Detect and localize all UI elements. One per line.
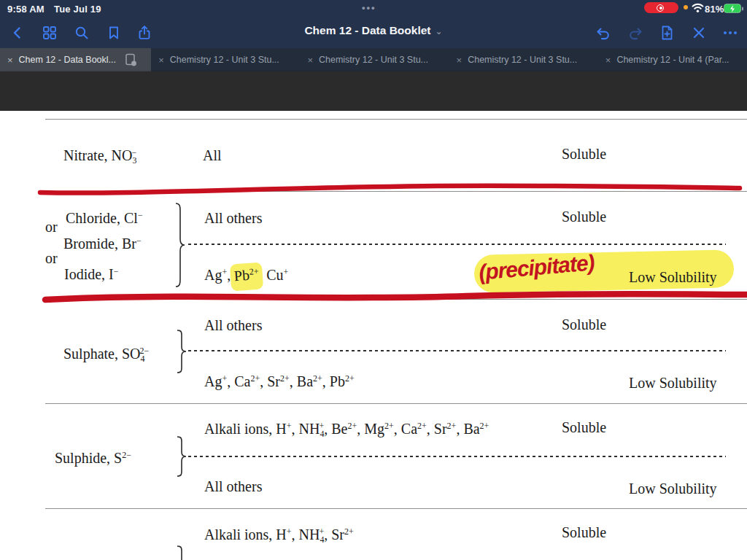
chevron-down-icon: ⌄ bbox=[436, 26, 443, 36]
dashed-rule bbox=[188, 244, 726, 245]
tab-label: Chemistry 12 - Unit 3 Stu... bbox=[468, 55, 577, 65]
ion-label: Bromide, Br− bbox=[63, 236, 142, 252]
close-icon bbox=[690, 24, 708, 42]
tab-label: Chem 12 - Data Bookl... bbox=[19, 55, 116, 65]
tab-close-icon[interactable]: × bbox=[457, 55, 462, 66]
cell-result: Low Solubility bbox=[629, 269, 717, 286]
close-document-button[interactable] bbox=[690, 24, 708, 42]
battery-charging-icon bbox=[724, 4, 743, 14]
cell-ions: All others bbox=[204, 478, 262, 495]
cell-result: Low Solubility bbox=[629, 375, 717, 392]
cell-ions: Alkali ions, H+, NH4+, Be2+, Mg2+, Ca2+,… bbox=[204, 421, 489, 440]
cell-ions: All others bbox=[204, 317, 262, 334]
cell-ions: Alkali ions, H+, NH4+, Sr2+ bbox=[204, 526, 354, 545]
tab-label: Chemistry 12 - Unit 4 (Par... bbox=[616, 55, 729, 65]
status-time: 9:58 AM bbox=[7, 4, 44, 15]
cell-result: Soluble bbox=[562, 419, 606, 436]
table-rule bbox=[45, 191, 747, 192]
add-page-button[interactable] bbox=[658, 24, 676, 42]
wifi-icon bbox=[692, 3, 704, 13]
cell-ions: All others bbox=[204, 210, 262, 227]
cell-result: Soluble bbox=[562, 146, 606, 163]
more-dots-icon bbox=[721, 24, 739, 42]
document-canvas[interactable]: Nitrate, NO3− All Soluble Chloride, Cl− … bbox=[0, 111, 747, 560]
brace bbox=[175, 436, 188, 477]
ion-label: Sulphate, SO42− bbox=[63, 346, 149, 365]
cell-result: Soluble bbox=[562, 316, 606, 333]
tab-chemistry-12-unit-4[interactable]: × Chemistry 12 - Unit 4 (Par... bbox=[598, 48, 747, 71]
dashed-rule bbox=[188, 350, 726, 351]
screen-recording-indicator-icon[interactable] bbox=[644, 2, 678, 13]
brace-partial bbox=[175, 545, 188, 560]
annotation-toolbar bbox=[0, 71, 747, 111]
tab-chem-12-data-booklet[interactable]: × Chem 12 - Data Bookl... bbox=[0, 48, 151, 71]
add-page-icon bbox=[658, 24, 676, 42]
tab-close-icon[interactable]: × bbox=[605, 55, 611, 66]
undo-button[interactable] bbox=[595, 24, 612, 42]
redo-icon bbox=[627, 24, 644, 42]
tab-document-icon bbox=[123, 52, 138, 67]
brace bbox=[175, 330, 188, 373]
ion-label: Chloride, Cl− bbox=[66, 210, 143, 227]
cell-result: Soluble bbox=[562, 524, 606, 541]
cell-ions: Ag+, Pb2+, Cu+ bbox=[204, 267, 288, 284]
top-bar: 9:58 AM Tue Jul 19 ••• 81% bbox=[0, 0, 747, 48]
tab-close-icon[interactable]: × bbox=[7, 55, 13, 66]
tab-chemistry-12-unit-3-c[interactable]: × Chemistry 12 - Unit 3 Stu... bbox=[449, 48, 598, 71]
cell-result: Low Solubility bbox=[629, 481, 717, 497]
ion-label: Sulphide, S2− bbox=[55, 450, 131, 467]
tab-bar: × Chem 12 - Data Bookl... × Chemistry 12… bbox=[0, 48, 747, 71]
multitask-handle-icon[interactable]: ••• bbox=[362, 2, 376, 13]
undo-icon bbox=[595, 24, 612, 42]
table-rule bbox=[45, 299, 747, 300]
app-window: 9:58 AM Tue Jul 19 ••• 81% bbox=[0, 0, 747, 560]
brace bbox=[174, 203, 187, 287]
page-title: Chem 12 - Data Booklet bbox=[304, 24, 430, 36]
tab-label: Chemistry 12 - Unit 3 Stu... bbox=[170, 55, 279, 65]
ion-label: Iodide, I− bbox=[64, 266, 119, 283]
table-rule bbox=[45, 403, 747, 404]
or-text: or bbox=[45, 250, 58, 267]
tab-label: Chemistry 12 - Unit 3 Stu... bbox=[319, 55, 428, 65]
table-rule bbox=[45, 119, 747, 120]
status-date: Tue Jul 19 bbox=[54, 4, 101, 15]
cell-result: Soluble bbox=[562, 209, 606, 225]
cell-ions: All bbox=[203, 147, 222, 164]
tab-close-icon[interactable]: × bbox=[158, 55, 164, 66]
record-dot bbox=[659, 7, 662, 9]
table-rule bbox=[45, 508, 747, 509]
battery-percent: 81% bbox=[705, 4, 724, 15]
more-options-button[interactable] bbox=[721, 24, 739, 42]
tab-chemistry-12-unit-3-b[interactable]: × Chemistry 12 - Unit 3 Stu... bbox=[300, 48, 449, 71]
microphone-in-use-icon bbox=[684, 5, 688, 9]
tab-chemistry-12-unit-3-a[interactable]: × Chemistry 12 - Unit 3 Stu... bbox=[151, 48, 300, 71]
or-text: or bbox=[45, 219, 58, 236]
dashed-rule bbox=[188, 456, 726, 457]
tab-close-icon[interactable]: × bbox=[307, 55, 313, 66]
redo-button[interactable] bbox=[627, 24, 644, 42]
cell-ions: Ag+, Ca2+, Sr2+, Ba2+, Pb2+ bbox=[204, 373, 355, 390]
ion-label: Nitrate, NO3− bbox=[63, 147, 136, 166]
